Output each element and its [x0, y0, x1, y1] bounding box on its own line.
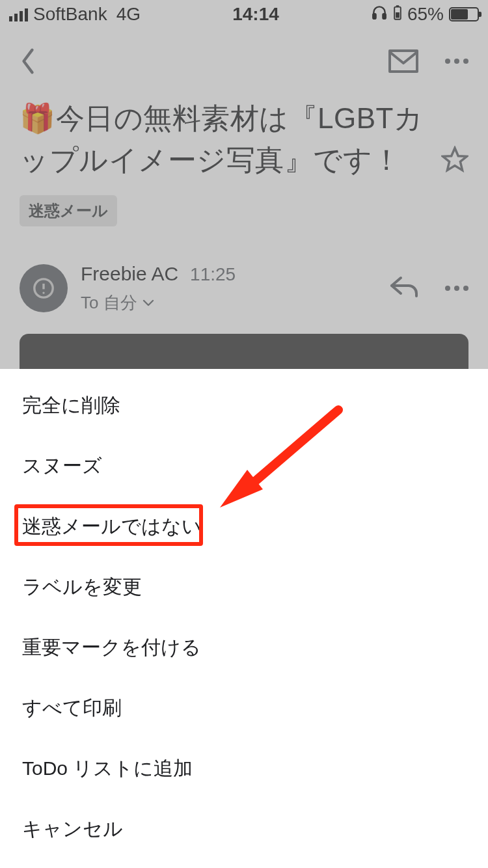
svg-rect-1	[383, 14, 385, 19]
clock: 14:14	[232, 4, 279, 25]
menu-mark-important[interactable]: 重要マークを付ける	[0, 617, 488, 678]
svg-rect-3	[396, 5, 399, 7]
menu-not-spam[interactable]: 迷惑メールではない	[0, 496, 488, 557]
back-button[interactable]	[20, 47, 36, 75]
menu-snooze[interactable]: スヌーズ	[0, 436, 488, 496]
star-button[interactable]	[441, 146, 468, 176]
reply-button[interactable]	[389, 275, 419, 301]
svg-marker-6	[443, 148, 467, 170]
menu-delete-forever[interactable]: 完全に削除	[0, 375, 488, 436]
carrier-label: SoftBank	[33, 4, 107, 25]
email-subject: 🎁今日の無料素材は『LGBTカップルイメージ写真』です！	[20, 98, 432, 181]
action-menu: 完全に削除 スヌーズ 迷惑メールではない ラベルを変更 重要マークを付ける すべ…	[0, 375, 488, 860]
to-label: To 自分	[81, 292, 137, 314]
battery-icon	[449, 7, 479, 21]
action-sheet: 完全に削除 スヌーズ 迷惑メールではない ラベルを変更 重要マークを付ける すべ…	[0, 369, 488, 868]
headphones-icon	[371, 4, 388, 25]
chevron-down-icon	[142, 296, 154, 310]
low-power-icon	[393, 4, 402, 25]
top-nav	[0, 29, 488, 94]
menu-change-labels[interactable]: ラベルを変更	[0, 557, 488, 617]
recipient-dropdown[interactable]: To 自分	[81, 292, 376, 314]
menu-print-all[interactable]: すべて印刷	[0, 678, 488, 739]
sender-avatar[interactable]	[20, 264, 68, 312]
svg-rect-4	[396, 12, 400, 18]
email-body-preview	[20, 334, 468, 373]
svg-point-9	[42, 292, 44, 293]
network-label: 4G	[116, 4, 141, 25]
status-bar: SoftBank 4G 14:14 65%	[0, 0, 488, 29]
battery-pct: 65%	[407, 4, 444, 25]
svg-rect-0	[373, 14, 375, 19]
message-more-button[interactable]	[445, 286, 468, 291]
sender-time: 11:25	[190, 264, 236, 285]
sender-name[interactable]: Freebie AC	[81, 263, 178, 285]
menu-add-todo[interactable]: ToDo リストに追加	[0, 739, 488, 799]
menu-cancel[interactable]: キャンセル	[0, 799, 488, 860]
more-button[interactable]	[445, 59, 468, 64]
spam-badge: 迷惑メール	[20, 195, 117, 226]
signal-icon	[9, 7, 28, 21]
archive-icon[interactable]	[388, 49, 419, 74]
